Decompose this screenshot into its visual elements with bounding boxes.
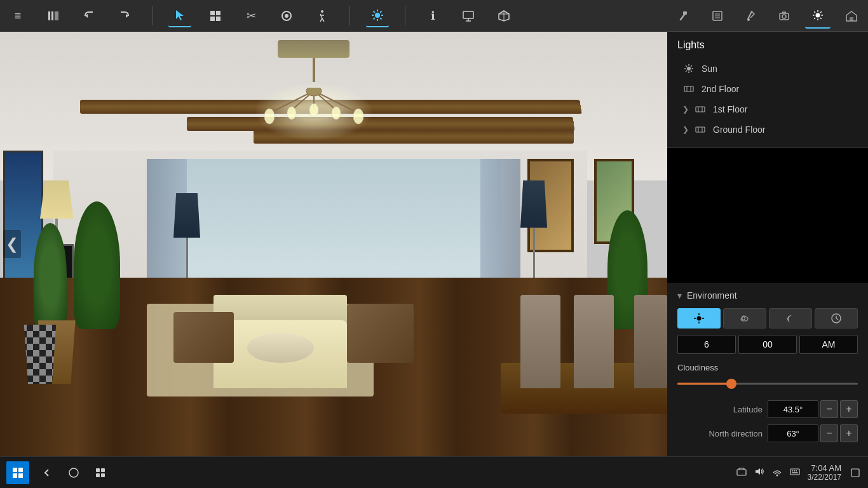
back-button[interactable]: [36, 461, 58, 484]
svg-rect-90: [18, 473, 23, 478]
camera-tool-icon[interactable]: [771, 3, 797, 29]
select-icon[interactable]: [168, 4, 191, 27]
light-item-ground-floor[interactable]: ❯ Ground Floor: [677, 119, 858, 140]
paint-tool-icon[interactable]: [738, 3, 764, 29]
grid-button[interactable]: [89, 461, 112, 484]
svg-point-49: [815, 13, 820, 17]
clock-time: 7:04 AM: [811, 463, 841, 473]
light-item-2nd-floor[interactable]: 2nd Floor: [677, 79, 858, 99]
svg-rect-94: [96, 473, 100, 477]
svg-rect-95: [101, 473, 105, 477]
library-icon[interactable]: [42, 4, 65, 27]
svg-line-66: [691, 71, 692, 72]
svg-rect-6: [210, 11, 215, 15]
network-icon[interactable]: [772, 466, 782, 478]
light-item-1st-floor[interactable]: ❯ 1st Floor: [677, 99, 858, 119]
svg-rect-69: [684, 86, 693, 92]
day-tab[interactable]: [677, 308, 721, 329]
north-minus-btn[interactable]: −: [820, 424, 838, 442]
blueprint-tool-icon[interactable]: [705, 3, 730, 29]
taskbar: 7:04 AM 3/22/2017: [0, 456, 868, 488]
viewport[interactable]: ❮: [0, 32, 667, 456]
svg-point-48: [782, 15, 786, 18]
circle-button[interactable]: [62, 461, 85, 484]
svg-point-35: [287, 107, 296, 119]
expand-1st-floor-icon[interactable]: ❯: [682, 105, 689, 114]
menu-icon[interactable]: ≡: [6, 4, 29, 27]
time-display: 6 00 AM: [677, 335, 858, 354]
svg-point-38: [306, 88, 322, 96]
svg-rect-89: [13, 473, 17, 478]
svg-rect-93: [101, 468, 105, 472]
time-hour[interactable]: 6: [677, 335, 736, 354]
cloudiness-slider[interactable]: [677, 377, 858, 390]
speaker-icon[interactable]: [754, 466, 764, 478]
start-button[interactable]: [6, 461, 29, 484]
svg-rect-8: [210, 17, 215, 21]
hammer-tool-icon[interactable]: [671, 3, 696, 29]
svg-line-57: [814, 18, 815, 19]
taskbar-clock[interactable]: 7:04 AM 3/22/2017: [808, 463, 841, 482]
svg-point-37: [309, 104, 318, 116]
black-space: [667, 148, 868, 283]
ground-floor-label: Ground Floor: [713, 125, 765, 135]
system-tray-icon[interactable]: [736, 466, 747, 478]
svg-line-67: [691, 65, 692, 67]
svg-point-33: [264, 109, 275, 124]
latitude-input[interactable]: [768, 400, 818, 418]
svg-point-12: [321, 10, 323, 13]
svg-point-46: [747, 18, 750, 21]
environment-section: ▾ Environment 6 00 AM: [667, 283, 868, 456]
floor-light-icon-1: [694, 103, 707, 116]
house-tool-icon[interactable]: [839, 3, 864, 29]
notification-icon[interactable]: [849, 466, 862, 479]
north-direction-label: North direction: [677, 429, 763, 438]
svg-rect-9: [216, 17, 220, 21]
svg-rect-92: [96, 468, 100, 472]
partly-cloudy-tab[interactable]: [723, 308, 766, 329]
svg-point-36: [332, 107, 341, 119]
svg-point-98: [776, 475, 778, 477]
cube-icon[interactable]: [492, 4, 515, 27]
svg-line-40: [681, 15, 684, 20]
night-tab[interactable]: [769, 308, 812, 329]
time-tab[interactable]: [815, 308, 858, 329]
screen-icon[interactable]: [457, 4, 480, 27]
nav-arrow-left[interactable]: ❮: [3, 230, 21, 258]
latitude-minus-btn[interactable]: −: [820, 400, 838, 418]
view-icon[interactable]: [275, 4, 298, 27]
lights-title: Lights: [677, 39, 858, 51]
keyboard-icon[interactable]: [790, 466, 800, 478]
walk-icon[interactable]: [311, 4, 334, 27]
lights-section: Lights Sun 2nd Floor ❯ 1s: [667, 32, 868, 148]
expand-ground-floor-icon[interactable]: ❯: [682, 125, 689, 134]
latitude-plus-btn[interactable]: +: [840, 400, 858, 418]
top-toolbar: ≡ ✂ ℹ: [0, 0, 667, 32]
svg-marker-5: [176, 10, 184, 20]
info-icon[interactable]: ℹ: [421, 4, 444, 27]
light-tool-icon[interactable]: [805, 3, 831, 29]
right-panel: Lights Sun 2nd Floor ❯ 1s: [667, 0, 868, 456]
environment-header[interactable]: ▾ Environment: [677, 290, 858, 301]
scissors-icon[interactable]: ✂: [240, 4, 262, 27]
svg-line-56: [820, 11, 822, 13]
collapse-env-icon: ▾: [677, 290, 682, 301]
right-toolbar: [667, 0, 868, 32]
redo-icon[interactable]: [113, 4, 136, 27]
time-minutes[interactable]: 00: [738, 335, 797, 354]
north-direction-input[interactable]: [768, 424, 818, 442]
cloudiness-label: Cloudiness: [677, 363, 858, 372]
objects-icon[interactable]: [204, 4, 227, 27]
latitude-row: Latitude − +: [677, 400, 858, 418]
svg-rect-96: [737, 470, 746, 475]
undo-icon[interactable]: [78, 4, 100, 27]
time-period[interactable]: AM: [799, 335, 858, 354]
svg-rect-22: [463, 11, 473, 18]
svg-point-91: [69, 468, 78, 477]
north-plus-btn[interactable]: +: [840, 424, 858, 442]
sun-top-icon[interactable]: [366, 4, 389, 27]
light-item-sun[interactable]: Sun: [677, 58, 858, 79]
svg-rect-104: [851, 469, 859, 477]
svg-line-21: [374, 18, 375, 19]
svg-rect-59: [850, 17, 853, 21]
